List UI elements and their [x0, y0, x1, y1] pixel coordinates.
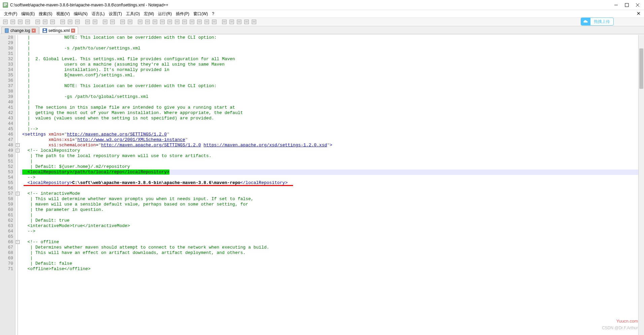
play-icon[interactable] [236, 18, 243, 25]
tab-change-log[interactable]: change.log ✕ [1, 27, 39, 34]
lang-icon[interactable] [174, 18, 181, 25]
code-line[interactable]: | 2. Global Level. This settings.xml fil… [20, 57, 644, 62]
sync-v-icon[interactable] [137, 18, 143, 25]
code-line[interactable]: | users on a machine (assuming they're a… [20, 62, 644, 67]
save-all-icon[interactable] [24, 18, 31, 25]
code-line[interactable]: | [20, 121, 644, 126]
code-line[interactable]: <offline>false</offline> [20, 266, 644, 272]
code-line[interactable]: | values (values used when the setting i… [20, 116, 644, 121]
code-line[interactable]: <!-- interactiveMode [20, 191, 644, 196]
menu-search[interactable]: 搜索(S) [37, 10, 54, 17]
doc-map-icon[interactable] [181, 18, 188, 25]
redo-icon[interactable] [92, 18, 98, 25]
code-line[interactable]: | This will determine whether maven prom… [20, 196, 644, 202]
code-area[interactable]: | NOTE: This location can be overridden … [20, 35, 644, 335]
minimize-button[interactable] [614, 3, 618, 7]
play-multi-icon[interactable] [243, 18, 250, 25]
stop-icon[interactable] [228, 18, 235, 25]
doc-list-icon[interactable] [189, 18, 195, 25]
wrap-icon[interactable] [152, 18, 158, 25]
menu-encoding[interactable]: 编码(N) [72, 10, 90, 17]
menu-settings[interactable]: 设置(T) [107, 10, 124, 17]
record-icon[interactable] [221, 18, 228, 25]
line-number-gutter: 2829303132333435363738394041424344454647… [0, 35, 15, 335]
menu-plugins[interactable]: 插件(P) [174, 10, 191, 17]
indent-guide-icon[interactable] [166, 18, 173, 25]
code-line[interactable]: | [20, 213, 644, 218]
close-button[interactable] [635, 3, 640, 7]
code-line[interactable] [20, 234, 644, 239]
code-line[interactable]: | [20, 159, 644, 164]
menu-language[interactable]: 语言(L) [90, 10, 107, 17]
code-line[interactable]: | installation). It's normally provided … [20, 67, 644, 73]
new-file-icon[interactable] [2, 18, 9, 25]
menu-tools[interactable]: 工具(O) [124, 10, 142, 17]
code-line[interactable]: | the parameter in question. [20, 207, 644, 213]
tab-settings-xml[interactable]: settings.xml ✕ [39, 27, 78, 34]
code-line[interactable]: | [20, 100, 644, 105]
menu-file[interactable]: 文件(F) [2, 10, 19, 17]
code-line[interactable]: | -s /path/to/user/settings.xml [20, 46, 644, 51]
code-line[interactable]: | [20, 78, 644, 83]
paste-icon[interactable] [74, 18, 81, 25]
code-line[interactable]: | Default: true [20, 218, 644, 223]
folder-icon[interactable] [203, 18, 210, 25]
copy-icon[interactable] [67, 18, 73, 25]
maximize-button[interactable] [624, 3, 629, 7]
monitor-icon[interactable] [211, 18, 218, 25]
code-line[interactable]: --> [20, 175, 644, 180]
code-line[interactable]: <settings xmlns="http://maven.apache.org… [20, 132, 644, 137]
menubar-close-button[interactable]: ✕ [637, 11, 641, 16]
code-line[interactable]: <!-- localRepository [20, 148, 644, 153]
menu-macro[interactable]: 宏(M) [142, 10, 156, 17]
code-line[interactable]: | Default: false [20, 261, 644, 266]
code-line[interactable]: xmlns:xsi="http://www.w3.org/2001/XMLSch… [20, 137, 644, 143]
code-line[interactable]: | NOTE: This location can be overridden … [20, 83, 644, 89]
code-line[interactable]: | -gs /path/to/global/settings.xml [20, 94, 644, 100]
upload-label: 拖拽上传 [590, 19, 613, 25]
close-icon[interactable] [34, 18, 41, 25]
find-icon[interactable] [102, 18, 108, 25]
code-line[interactable]: | [20, 256, 644, 261]
code-line[interactable]: <!-- offline [20, 239, 644, 245]
close-all-icon[interactable] [42, 18, 49, 25]
upload-chip[interactable]: 拖拽上传 [581, 17, 614, 26]
code-line[interactable]: |--> [20, 126, 644, 132]
code-line[interactable]: | [20, 40, 644, 46]
menu-help[interactable]: ? [210, 11, 216, 17]
code-line[interactable]: | This will have an effect on artifact d… [20, 250, 644, 256]
code-line[interactable]: | NOTE: This location can be overridden … [20, 35, 644, 40]
code-line[interactable]: --> [20, 229, 644, 234]
menu-window[interactable]: 窗口(W) [191, 10, 210, 17]
save-icon[interactable] [17, 18, 24, 25]
open-icon[interactable] [9, 18, 16, 25]
tab-close-icon[interactable]: ✕ [32, 29, 36, 33]
code-line[interactable]: xsi:schemaLocation="http://maven.apache.… [20, 143, 644, 148]
zoom-out-icon[interactable] [127, 18, 133, 25]
function-list-icon[interactable] [196, 18, 203, 25]
menu-run[interactable]: 运行(R) [156, 10, 174, 17]
code-line[interactable]: | The path to the local repository maven… [20, 153, 644, 159]
cut-icon[interactable] [59, 18, 66, 25]
undo-icon[interactable] [84, 18, 91, 25]
code-line[interactable] [20, 186, 644, 191]
code-line[interactable]: | [20, 89, 644, 94]
zoom-in-icon[interactable] [119, 18, 126, 25]
code-line[interactable]: <interactiveMode>true</interactiveMode> [20, 223, 644, 229]
show-all-icon[interactable] [159, 18, 166, 25]
code-line[interactable]: | Determines whether maven should attemp… [20, 245, 644, 250]
code-line[interactable]: | getting the most out of your Maven ins… [20, 110, 644, 116]
code-line[interactable]: | The sections in this sample file are i… [20, 105, 644, 110]
menu-edit[interactable]: 编辑(E) [19, 10, 37, 17]
code-line[interactable]: | [20, 51, 644, 57]
code-line[interactable]: | ${maven.conf}/settings.xml. [20, 73, 644, 78]
code-line[interactable]: <localRepository>/path/to/local/repo</lo… [20, 170, 644, 175]
print-icon[interactable] [49, 18, 56, 25]
code-line[interactable]: | Default: ${user.home}/.m2/repository [20, 164, 644, 170]
tab-close-icon[interactable]: ✕ [71, 29, 75, 33]
code-line[interactable]: | maven will use a sensible default valu… [20, 202, 644, 207]
replace-icon[interactable] [109, 18, 116, 25]
menu-view[interactable]: 视图(V) [54, 10, 72, 17]
sync-h-icon[interactable] [144, 18, 151, 25]
save-macro-icon[interactable] [251, 18, 257, 25]
